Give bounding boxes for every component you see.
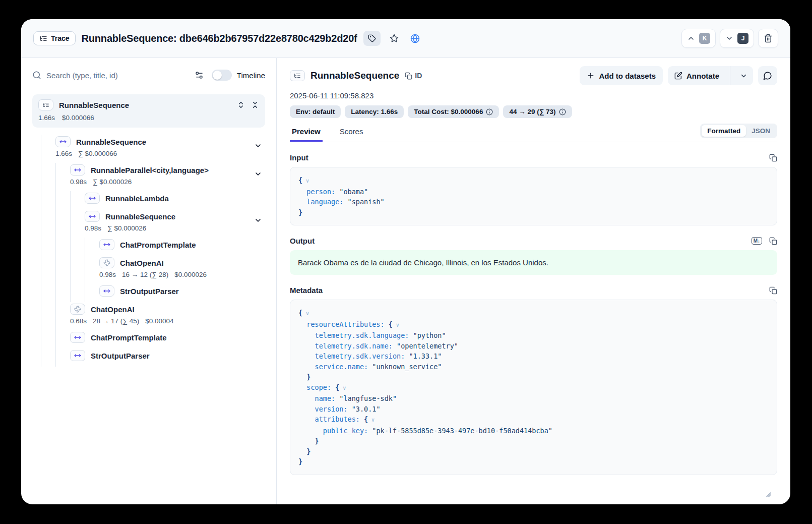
tree-node[interactable]: ChatPromptTemplate (32, 330, 265, 348)
expand-all-icon[interactable] (237, 101, 245, 109)
json-collapse-chevron[interactable]: ∨ (368, 417, 374, 423)
json-string: "opentelemetry" (393, 342, 458, 350)
tree-guide-line (41, 284, 41, 302)
span-arrows-icon (55, 136, 71, 147)
json-brace: } (298, 447, 310, 455)
tree-node[interactable]: StrOutputParser (32, 348, 265, 367)
info-icon[interactable] (559, 108, 566, 115)
tree-guide-line (41, 302, 41, 330)
tree-guide-line (55, 330, 56, 348)
stat-badge-text: Env: default (296, 108, 335, 115)
visibility-button[interactable] (408, 31, 423, 46)
span-arrows-icon (85, 193, 100, 204)
json-collapse-chevron[interactable]: ∨ (339, 385, 346, 391)
filter-sliders-icon[interactable] (195, 71, 204, 80)
annotate-dropdown-button[interactable] (734, 66, 753, 85)
node-title: ChatOpenAI (120, 259, 164, 267)
tab-scores[interactable]: Scores (338, 123, 365, 142)
delete-trace-button[interactable] (758, 29, 778, 48)
json-key: attributes: (298, 415, 360, 423)
json-collapse-chevron[interactable]: ∨ (393, 322, 399, 328)
tree-guide-line (41, 163, 41, 191)
resize-grip-icon[interactable] (765, 491, 771, 497)
trace-type-badge: Trace (33, 31, 76, 45)
node-title: ChatOpenAI (91, 305, 135, 314)
json-key: resourceAttributes: (298, 320, 385, 328)
tree-node[interactable]: RunnableSequence 1.66s∑ $0.000066 (32, 135, 265, 163)
preview-tabs: Preview Scores Formatted JSON (290, 123, 777, 142)
json-string: "3.0.1" (348, 405, 381, 413)
output-label: Output (290, 237, 315, 245)
tree-guide-line (55, 209, 56, 238)
input-label: Input (290, 153, 308, 162)
node-collapse-chevron[interactable] (254, 142, 262, 150)
info-icon[interactable] (486, 108, 493, 115)
tree-node[interactable]: RunnableSequence 0.98s∑ $0.000026 (32, 209, 265, 238)
top-bar-actions: K J (681, 29, 778, 48)
collapse-all-icon[interactable] (251, 101, 259, 109)
next-trace-button[interactable]: J (720, 29, 754, 48)
node-collapse-chevron[interactable] (254, 216, 262, 224)
json-string: "spanish" (343, 198, 384, 206)
previous-trace-button[interactable]: K (681, 29, 716, 48)
metadata-json: { ∨ resourceAttributes: { ∨ telemetry.sd… (290, 300, 777, 475)
json-collapse-chevron[interactable]: ∨ (302, 178, 309, 184)
trace-root-node[interactable]: RunnableSequence 1.66s $0.000066 (32, 94, 265, 128)
tree-node[interactable]: StrOutputParser (32, 284, 265, 302)
plus-icon (587, 72, 595, 80)
json-string: "python" (409, 331, 446, 339)
node-title: ChatPromptTemplate (120, 241, 196, 249)
node-collapse-chevron[interactable] (254, 170, 262, 178)
node-title: StrOutputParser (120, 287, 179, 296)
node-title: RunnableParallel<city,language> (91, 166, 209, 174)
span-arrows-icon (85, 211, 100, 222)
copy-id-control[interactable]: ID (405, 72, 422, 80)
node-metrics: 1.66s∑ $0.000066 (55, 150, 265, 157)
trace-root-duration: 1.66s (38, 114, 55, 122)
comments-button[interactable] (758, 66, 777, 85)
star-icon (390, 34, 399, 43)
stat-badge-text: Total Cost: $0.000066 (414, 108, 483, 115)
format-option-formatted[interactable]: Formatted (702, 125, 746, 137)
format-option-json[interactable]: JSON (746, 125, 776, 137)
generation-fan-icon (99, 257, 114, 268)
tree-node[interactable]: ChatOpenAI 0.68s28 → 17 (∑ 45)$0.00004 (32, 302, 265, 330)
json-brace: { (298, 176, 302, 184)
tree-node[interactable]: RunnableLambda (32, 191, 265, 209)
json-brace: { (298, 309, 302, 317)
span-arrows-icon (70, 350, 85, 361)
json-collapse-chevron[interactable]: ∨ (302, 310, 309, 317)
pencil-square-icon (674, 72, 682, 80)
markdown-toggle-icon[interactable]: M↓ (752, 237, 762, 245)
node-metrics: 0.98s16 → 12 (∑ 28)$0.000026 (99, 271, 265, 278)
tree-guide-line (55, 256, 56, 284)
add-to-datasets-button[interactable]: Add to datasets (580, 66, 663, 85)
bookmark-button[interactable] (387, 31, 402, 46)
annotate-button[interactable]: Annotate (668, 66, 726, 85)
tags-button[interactable] (363, 31, 381, 46)
tab-preview[interactable]: Preview (290, 123, 323, 142)
search-input[interactable] (46, 71, 190, 80)
json-key: language: (298, 198, 343, 206)
tree-search-row: Timeline (32, 66, 265, 84)
json-brace: } (298, 437, 319, 445)
json-brace: { (360, 415, 368, 423)
json-brace: } (298, 457, 302, 465)
tree-guide-line (55, 302, 56, 330)
copy-icon (405, 72, 412, 80)
json-brace: } (298, 373, 310, 381)
json-key: person: (298, 188, 335, 196)
json-string: "langfuse-sdk" (335, 394, 397, 402)
tree-node[interactable]: RunnableParallel<city,language> 0.98s∑ $… (32, 163, 265, 191)
tree-guide-line (85, 238, 85, 256)
observation-title: RunnableSequence (310, 70, 399, 81)
copy-icon[interactable] (769, 286, 777, 295)
search-icon (32, 71, 41, 80)
timeline-toggle[interactable] (212, 70, 232, 81)
tree-node[interactable]: ChatOpenAI 0.98s16 → 12 (∑ 28)$0.000026 (32, 256, 265, 284)
copy-icon[interactable] (769, 154, 777, 162)
stat-badge-text: Latency: 1.66s (351, 108, 398, 115)
copy-icon[interactable] (769, 237, 777, 245)
tree-node[interactable]: ChatPromptTemplate (32, 238, 265, 256)
span-arrows-icon (99, 239, 114, 250)
